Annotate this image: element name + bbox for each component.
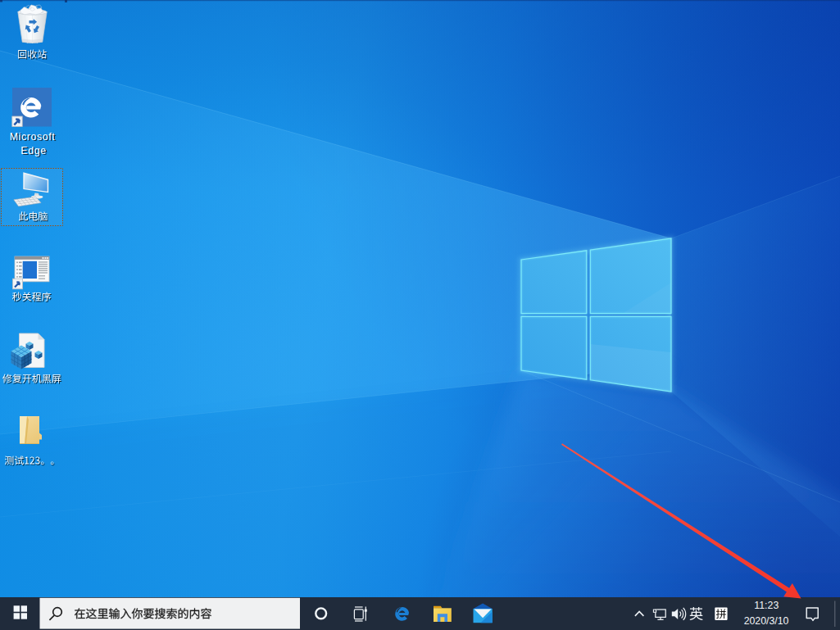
svg-text:2020/3/10: 2020/3/10 [744, 615, 789, 627]
svg-text:Edge: Edge [20, 145, 46, 156]
svg-text:Microsoft: Microsoft [10, 131, 56, 143]
svg-text:11:23: 11:23 [754, 600, 779, 611]
